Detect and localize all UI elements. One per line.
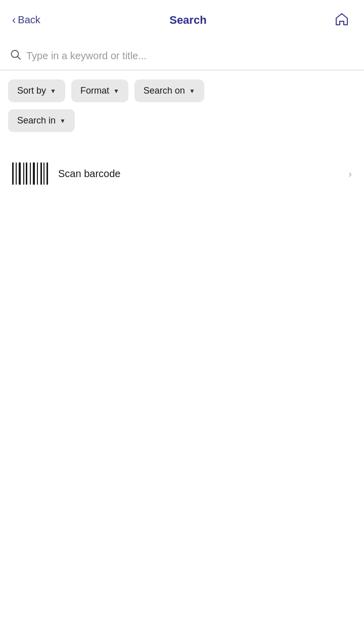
search-bar-container <box>0 38 364 70</box>
scan-barcode-row[interactable]: Scan barcode › <box>8 152 356 195</box>
barcode-icon <box>12 162 48 185</box>
search-in-button[interactable]: Search in ▼ <box>8 109 75 132</box>
search-in-caret-icon: ▼ <box>60 117 66 124</box>
filter-row-1: Sort by ▼ Format ▼ Search on ▼ <box>0 70 364 102</box>
format-button[interactable]: Format ▼ <box>71 79 128 102</box>
sort-by-caret-icon: ▼ <box>50 88 56 95</box>
sort-by-button[interactable]: Sort by ▼ <box>8 79 65 102</box>
home-icon <box>334 11 350 27</box>
search-icon <box>10 49 21 63</box>
scan-barcode-label: Scan barcode <box>58 168 120 180</box>
filter-row-2: Search in ▼ <box>0 102 364 132</box>
chevron-right-icon: › <box>348 168 352 180</box>
back-chevron-icon: ‹ <box>12 14 16 27</box>
search-on-button[interactable]: Search on ▼ <box>134 79 204 102</box>
search-input[interactable] <box>26 50 354 62</box>
page-title: Search <box>44 14 332 27</box>
format-label: Format <box>80 86 109 96</box>
svg-line-1 <box>18 57 21 60</box>
sort-by-label: Sort by <box>17 86 46 96</box>
header: ‹ Back Search <box>0 0 364 38</box>
search-on-label: Search on <box>144 86 185 96</box>
back-label: Back <box>18 14 40 26</box>
format-caret-icon: ▼ <box>113 88 119 95</box>
home-button[interactable] <box>332 9 352 31</box>
scan-section: Scan barcode › <box>0 152 364 195</box>
search-in-label: Search in <box>17 115 56 126</box>
search-on-caret-icon: ▼ <box>189 88 195 95</box>
search-bar <box>8 43 356 70</box>
back-button[interactable]: ‹ Back <box>8 12 44 29</box>
scan-left: Scan barcode <box>12 162 120 185</box>
